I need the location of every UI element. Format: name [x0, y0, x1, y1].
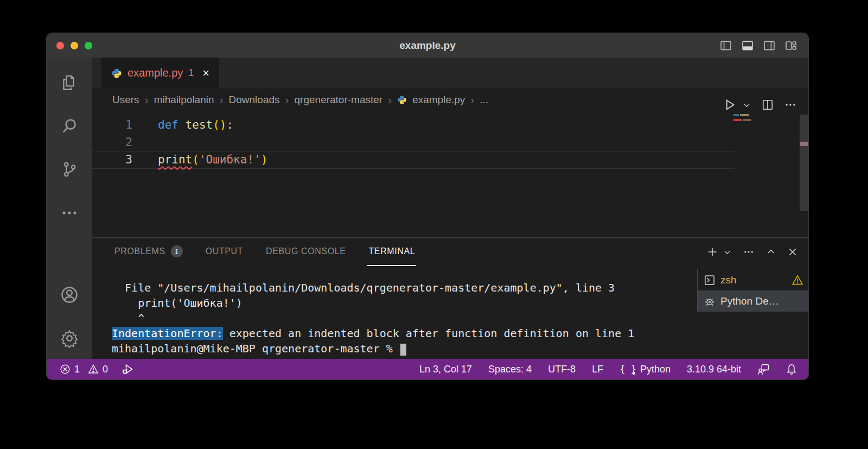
breadcrumb-separator: ›: [285, 93, 289, 106]
breadcrumb-item-file[interactable]: example.py: [412, 94, 465, 106]
breadcrumb-item[interactable]: Users: [112, 94, 139, 106]
breadcrumb: Users › mihailpolanin › Downloads › qrge…: [92, 88, 808, 111]
shell-prompt-line: mihailpolanin@Mike-MBP qrgenerator-maste…: [112, 341, 697, 356]
editor-scrollbar[interactable]: [800, 115, 808, 211]
tab-output[interactable]: OUTPUT: [205, 238, 244, 266]
maximize-panel-icon[interactable]: [766, 247, 776, 257]
breadcrumb-separator: ›: [145, 93, 149, 106]
traceback-caret-line: ^: [112, 311, 697, 326]
panel-header: PROBLEMS 1 OUTPUT DEBUG CONSOLE TERMINAL: [92, 238, 808, 266]
editor-actions: [723, 98, 796, 111]
problems-count-badge: 1: [171, 245, 183, 257]
python-interpreter[interactable]: 3.10.9 64-bit: [687, 364, 741, 375]
scrollbar-error-marker: [800, 142, 808, 146]
terminal-profile-chevron-icon[interactable]: [723, 248, 731, 256]
terminal-tabs-list: zsh Python De…: [697, 266, 808, 359]
current-line-highlight: [92, 151, 735, 169]
window-title: example.py: [47, 40, 808, 52]
split-editor-icon[interactable]: [762, 99, 774, 111]
terminal-icon: [704, 275, 715, 286]
code-editor[interactable]: 1 def test(): 2 3 print('Ошибка!'): [92, 111, 808, 237]
code-line-2: 2: [92, 134, 808, 151]
bottom-panel: PROBLEMS 1 OUTPUT DEBUG CONSOLE TERMINAL: [92, 237, 808, 359]
close-panel-icon[interactable]: [788, 247, 797, 257]
run-python-file-icon[interactable]: [723, 98, 736, 111]
settings-gear-icon[interactable]: [60, 328, 79, 348]
encoding-setting[interactable]: UTF-8: [548, 364, 576, 375]
terminal-tab-python-debug[interactable]: Python De…: [697, 290, 808, 312]
customize-layout-icon[interactable]: [784, 39, 797, 52]
debug-bug-icon: [704, 296, 715, 307]
warning-icon: [792, 275, 803, 286]
breadcrumb-separator: ›: [388, 93, 392, 106]
maximize-window-button[interactable]: [85, 42, 92, 49]
vscode-window: example.py: [46, 33, 809, 380]
line-number: 1: [92, 116, 132, 134]
toggle-panel-icon[interactable]: [741, 39, 754, 52]
toggle-primary-sidebar-icon[interactable]: [719, 39, 732, 52]
problems-status[interactable]: 1 0: [60, 364, 108, 375]
python-file-icon: [111, 68, 122, 79]
close-window-button[interactable]: [56, 42, 64, 49]
tab-problems[interactable]: PROBLEMS 1: [113, 238, 184, 266]
breadcrumb-item-symbol[interactable]: ...: [480, 94, 488, 106]
minimap[interactable]: [733, 114, 754, 124]
minimize-window-button[interactable]: [71, 42, 78, 49]
activity-bar: [47, 58, 92, 359]
code-line-1: 1 def test():: [92, 116, 808, 134]
error-count: 1: [74, 364, 80, 375]
tab-close-icon[interactable]: ×: [202, 67, 209, 79]
notifications-bell-icon[interactable]: [786, 363, 797, 375]
terminal-output[interactable]: File "/Users/mihailpolanin/Downloads/qrg…: [92, 266, 697, 359]
tab-bar: example.py 1 ×: [92, 58, 808, 88]
tab-debug-console[interactable]: DEBUG CONSOLE: [265, 238, 347, 266]
traceback-file-line: File "/Users/mihailpolanin/Downloads/qrg…: [112, 280, 697, 295]
cursor-position[interactable]: Ln 3, Col 17: [419, 364, 472, 375]
toggle-secondary-sidebar-icon[interactable]: [763, 39, 776, 52]
search-icon[interactable]: [60, 116, 79, 136]
terminal-tab-zsh[interactable]: zsh: [697, 269, 808, 290]
title-bar: example.py: [47, 33, 808, 58]
explorer-icon[interactable]: [60, 73, 79, 92]
run-dropdown-chevron-icon[interactable]: [743, 101, 751, 109]
python-file-icon: [397, 95, 407, 105]
eol-setting[interactable]: LF: [592, 364, 603, 375]
tab-label: example.py: [127, 67, 183, 79]
tab-error-badge: 1: [188, 67, 194, 79]
line-number: 2: [92, 134, 132, 151]
breadcrumb-item[interactable]: qrgenerator-master: [295, 94, 383, 106]
tab-example-py[interactable]: example.py 1 ×: [101, 58, 219, 88]
traffic-lights: [47, 42, 92, 49]
error-type-highlighted: IndentationError:: [112, 327, 223, 340]
breadcrumb-item[interactable]: Downloads: [229, 94, 280, 106]
editor-more-actions-icon[interactable]: [784, 99, 796, 111]
breadcrumb-item[interactable]: mihailpolanin: [154, 94, 214, 106]
account-icon[interactable]: [60, 285, 79, 305]
tab-terminal[interactable]: TERMINAL: [367, 238, 416, 266]
indentation-setting[interactable]: Spaces: 4: [488, 364, 532, 375]
debug-status-icon[interactable]: [122, 363, 134, 375]
breadcrumb-separator: ›: [220, 93, 224, 106]
language-mode[interactable]: { } Python: [620, 364, 671, 375]
new-terminal-icon[interactable]: [707, 246, 718, 257]
terminal-cursor: [400, 344, 406, 356]
more-views-icon[interactable]: [60, 203, 79, 223]
feedback-icon[interactable]: [757, 363, 769, 375]
traceback-code-line: print('Ошибка!'): [112, 295, 697, 311]
breadcrumb-separator: ›: [470, 93, 474, 106]
warning-count: 0: [103, 364, 108, 375]
status-bar: 1 0 Ln 3, Col 17 Spaces: 4 UTF-8 LF { } …: [47, 359, 808, 380]
braces-icon: { }: [620, 364, 636, 375]
panel-more-actions-icon[interactable]: [743, 246, 754, 257]
error-line: IndentationError: expected an indented b…: [112, 326, 697, 341]
source-control-icon[interactable]: [60, 160, 79, 179]
